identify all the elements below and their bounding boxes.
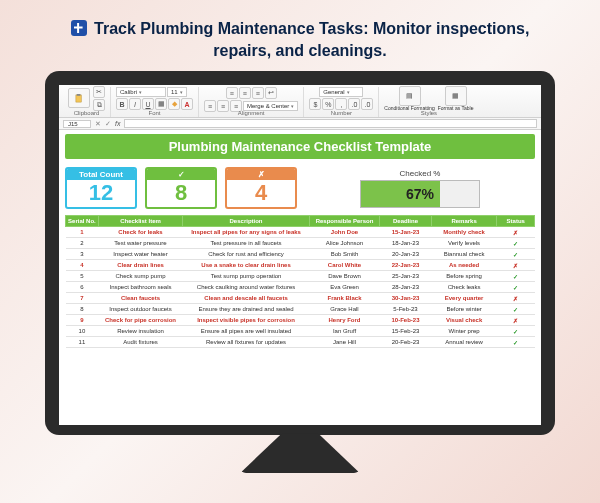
table-header[interactable]: Remarks [431,216,497,227]
cell-rem[interactable]: Monthly check [431,227,497,238]
cell-item[interactable]: Clear drain lines [98,260,182,271]
cell-status[interactable]: ✓ [497,326,535,337]
fx-icon[interactable]: fx [115,120,120,127]
cell-desc[interactable]: Review all fixtures for updates [183,337,310,348]
cell-dead[interactable]: 30-Jan-23 [380,293,432,304]
cell-dead[interactable]: 28-Jan-23 [380,282,432,293]
wrap-text-button[interactable]: ↩ [265,87,277,99]
cell-dead[interactable]: 25-Jan-23 [380,271,432,282]
table-row[interactable]: 9Check for pipe corrosionInspect visible… [66,315,535,326]
format-as-table-button[interactable]: ▦Format as Table [438,86,474,111]
cell-status[interactable]: ✗ [497,227,535,238]
border-button[interactable]: ▦ [155,98,167,110]
cell-item[interactable]: Inspect bathroom seals [98,282,182,293]
cell-desc[interactable]: Check for rust and efficiency [183,249,310,260]
cell-rem[interactable]: Check leaks [431,282,497,293]
font-color-button[interactable]: A [181,98,193,110]
formula-input[interactable] [124,119,537,128]
align-bot-button[interactable]: ≡ [252,87,264,99]
table-row[interactable]: 3Inspect water heaterCheck for rust and … [66,249,535,260]
cell-status[interactable]: ✓ [497,271,535,282]
cell-desc[interactable]: Test sump pump operation [183,271,310,282]
cell-n[interactable]: 3 [66,249,99,260]
cell-item[interactable]: Test water pressure [98,238,182,249]
cell-desc[interactable]: Check caulking around water fixtures [183,282,310,293]
cell-status[interactable]: ✗ [497,315,535,326]
table-row[interactable]: 5Check sump pumpTest sump pump operation… [66,271,535,282]
cell-item[interactable]: Check for leaks [98,227,182,238]
cell-n[interactable]: 1 [66,227,99,238]
cell-dead[interactable]: 20-Feb-23 [380,337,432,348]
cell-n[interactable]: 6 [66,282,99,293]
table-row[interactable]: 6Inspect bathroom sealsCheck caulking ar… [66,282,535,293]
cell-resp[interactable]: Bob Smith [309,249,379,260]
cell-item[interactable]: Audit fixtures [98,337,182,348]
cell-reference[interactable]: J15 [63,120,91,128]
cell-rem[interactable]: Visual check [431,315,497,326]
cell-rem[interactable]: Every quarter [431,293,497,304]
inc-decimal-button[interactable]: .0 [348,98,360,110]
cut-button[interactable]: ✂ [93,86,105,98]
cell-n[interactable]: 9 [66,315,99,326]
comma-button[interactable]: , [335,98,347,110]
cell-item[interactable]: Check sump pump [98,271,182,282]
cell-resp[interactable]: Dave Brown [309,271,379,282]
cell-desc[interactable]: Inspect visible pipes for corrosion [183,315,310,326]
align-top-button[interactable]: ≡ [226,87,238,99]
cell-n[interactable]: 8 [66,304,99,315]
conditional-formatting-button[interactable]: ▤Conditional Formatting [384,86,434,111]
cell-dead[interactable]: 18-Jan-23 [380,238,432,249]
align-center-button[interactable]: ≡ [217,100,229,112]
align-mid-button[interactable]: ≡ [239,87,251,99]
table-row[interactable]: 8Inspect outdoor faucetsEnsure they are … [66,304,535,315]
cell-n[interactable]: 4 [66,260,99,271]
cell-resp[interactable]: Carol White [309,260,379,271]
cell-dead[interactable]: 5-Feb-23 [380,304,432,315]
cell-n[interactable]: 10 [66,326,99,337]
cell-desc[interactable]: Use a snake to clear drain lines [183,260,310,271]
cell-resp[interactable]: Eva Green [309,282,379,293]
table-row[interactable]: 4Clear drain linesUse a snake to clear d… [66,260,535,271]
copy-button[interactable]: ⧉ [93,99,105,111]
cell-dead[interactable]: 10-Feb-23 [380,315,432,326]
cell-rem[interactable]: As needed [431,260,497,271]
cell-resp[interactable]: Grace Hall [309,304,379,315]
cell-resp[interactable]: John Doe [309,227,379,238]
table-header[interactable]: Deadline [380,216,432,227]
cell-dead[interactable]: 15-Feb-23 [380,326,432,337]
table-header[interactable]: Status [497,216,535,227]
cell-rem[interactable]: Before winter [431,304,497,315]
cell-desc[interactable]: Test pressure in all faucets [183,238,310,249]
cell-n[interactable]: 7 [66,293,99,304]
cell-status[interactable]: ✗ [497,293,535,304]
italic-button[interactable]: I [129,98,141,110]
percent-button[interactable]: % [322,98,334,110]
cell-rem[interactable]: Before spring [431,271,497,282]
table-row[interactable]: 1Check for leaksInspect all pipes for an… [66,227,535,238]
table-row[interactable]: 7Clean faucetsClean and descale all fauc… [66,293,535,304]
bold-button[interactable]: B [116,98,128,110]
confirm-icon[interactable]: ✓ [105,120,111,128]
font-family-select[interactable]: Calibri▾ [116,87,166,97]
cell-item[interactable]: Check for pipe corrosion [98,315,182,326]
cell-dead[interactable]: 15-Jan-23 [380,227,432,238]
underline-button[interactable]: U [142,98,154,110]
cell-dead[interactable]: 22-Jan-23 [380,260,432,271]
align-left-button[interactable]: ≡ [204,100,216,112]
cancel-icon[interactable]: ✕ [95,120,101,128]
cell-item[interactable]: Review insulation [98,326,182,337]
table-header[interactable]: Description [183,216,310,227]
cell-rem[interactable]: Verify levels [431,238,497,249]
table-row[interactable]: 11Audit fixturesReview all fixtures for … [66,337,535,348]
dec-decimal-button[interactable]: .0 [361,98,373,110]
cell-status[interactable]: ✗ [497,260,535,271]
cell-desc[interactable]: Inspect all pipes for any signs of leaks [183,227,310,238]
cell-status[interactable]: ✓ [497,238,535,249]
table-header[interactable]: Serial No. [66,216,99,227]
table-row[interactable]: 10Review insulationEnsure all pipes are … [66,326,535,337]
cell-resp[interactable]: Jane Hill [309,337,379,348]
cell-item[interactable]: Clean faucets [98,293,182,304]
currency-button[interactable]: $ [309,98,321,110]
table-row[interactable]: 2Test water pressureTest pressure in all… [66,238,535,249]
cell-resp[interactable]: Henry Ford [309,315,379,326]
